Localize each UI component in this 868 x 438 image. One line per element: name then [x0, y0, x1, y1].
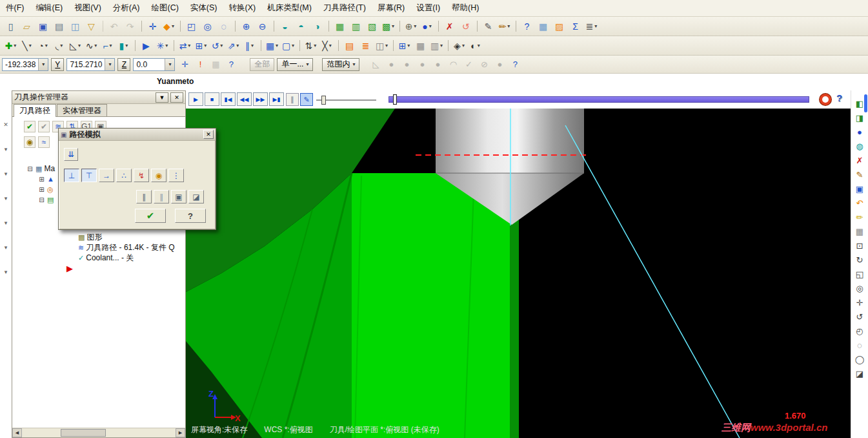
coord-help-icon[interactable]: ?: [224, 57, 238, 72]
gview-side-icon[interactable]: ▧: [365, 19, 379, 34]
create-spline-icon[interactable]: ∿: [84, 38, 99, 53]
ops-toolpath-display-icon[interactable]: ≈: [38, 136, 50, 148]
xform-translate-icon[interactable]: ⇄: [177, 38, 192, 53]
menu-view[interactable]: 视图(V): [68, 0, 107, 17]
sort-icon[interactable]: ⇅: [303, 38, 318, 53]
menu-settings[interactable]: 设置(I): [410, 0, 446, 17]
dialog-title-bar[interactable]: ▣ 路径模拟 ✕: [59, 129, 216, 141]
attributes-icon[interactable]: ✏: [497, 19, 512, 34]
operations-icon[interactable]: ▥: [429, 38, 444, 53]
speed-slider-handle[interactable]: [321, 96, 326, 105]
repaint-view-icon[interactable]: ↻: [853, 253, 866, 266]
gview-isometric-icon[interactable]: ▩: [381, 19, 396, 34]
dock-flyout-7-icon[interactable]: ▾: [1, 267, 10, 276]
undo-view-icon[interactable]: ↶: [853, 196, 866, 209]
cursor-config-icon[interactable]: ▦: [208, 57, 223, 72]
import-icon[interactable]: ▽: [84, 19, 99, 34]
print-icon[interactable]: ▤: [52, 19, 66, 34]
panel-dropdown-button[interactable]: ▼: [156, 92, 168, 103]
dock-close-icon[interactable]: ✕: [1, 120, 10, 129]
dock-flyout-3-icon[interactable]: ▾: [1, 169, 10, 178]
progress-bar[interactable]: [389, 96, 809, 103]
tab-toolpaths[interactable]: 刀具路径: [14, 104, 56, 117]
zoom-previous-icon[interactable]: ◌: [216, 19, 231, 34]
control-def-icon[interactable]: ≣: [358, 38, 373, 53]
playback-help-icon[interactable]: ?: [836, 92, 842, 103]
shading-sphere-icon[interactable]: ●: [853, 125, 866, 138]
regen-display-icon[interactable]: ◓: [294, 19, 308, 34]
show-vectors-button[interactable]: ↯: [134, 169, 149, 182]
menu-file[interactable]: 件(F): [0, 0, 30, 17]
select-single-dropdown[interactable]: 单一...▾: [277, 58, 313, 71]
dock-flyout-4-icon[interactable]: ▾: [1, 194, 10, 203]
delete-entities-icon[interactable]: ✗: [442, 19, 457, 34]
analyze-pencil-icon[interactable]: ✎: [853, 168, 866, 181]
open-file-icon[interactable]: ▱: [19, 19, 34, 34]
scroll-thumb[interactable]: [61, 429, 106, 437]
chevron-down-icon[interactable]: ▾: [105, 59, 114, 70]
dock-flyout-2-icon[interactable]: ▾: [1, 145, 10, 154]
repaint-icon[interactable]: ◒: [278, 19, 292, 34]
tree-expander[interactable]: ⊟: [38, 196, 45, 203]
select-solid-body-icon[interactable]: ●: [399, 57, 414, 72]
tree-coolant[interactable]: ✓ Coolant... - 关: [12, 253, 185, 263]
display-combine-icon[interactable]: ◐: [468, 38, 483, 53]
grid-icon[interactable]: ▦: [536, 19, 550, 34]
tree-geometry[interactable]: ▩ 图形: [12, 232, 185, 242]
quality-toggle[interactable]: ✎: [300, 93, 313, 106]
ops-lock-icon[interactable]: ◉: [24, 136, 35, 148]
menu-toolpaths[interactable]: 刀具路径(T): [318, 0, 372, 17]
xform-array-icon[interactable]: ▢: [281, 38, 296, 53]
planes-icon[interactable]: ⊕: [403, 19, 418, 34]
xform-scale-icon[interactable]: ⇗: [226, 38, 241, 53]
autocursor-alert-icon[interactable]: !: [193, 57, 207, 72]
tree-expander[interactable]: ⊟: [26, 165, 34, 172]
tab-solids-manager[interactable]: 实体管理器: [57, 104, 107, 116]
solids-sigma-icon[interactable]: Σ: [568, 19, 583, 34]
redo-icon[interactable]: ↷: [123, 19, 137, 34]
menu-edit[interactable]: 编辑(E): [30, 0, 68, 17]
analyze-entity-icon[interactable]: ✎: [481, 19, 496, 34]
z-coordinate-input[interactable]: 0.0▾: [133, 58, 175, 71]
backplot-step-forward-button[interactable]: ▶▶: [253, 92, 268, 106]
ops-select-all-icon[interactable]: ✔: [24, 121, 35, 132]
pan-icon[interactable]: ✛: [853, 296, 866, 309]
menu-machine-type[interactable]: 机床类型(M): [261, 0, 318, 17]
backplot-rewind-button[interactable]: ▮◀: [221, 92, 236, 106]
quick-mask-help-icon[interactable]: ?: [520, 19, 534, 34]
dialog-expand-button[interactable]: ⇊: [64, 148, 78, 161]
select-solid-vertex-icon[interactable]: ●: [430, 57, 445, 72]
zoom-target2-icon[interactable]: ◎: [853, 282, 866, 295]
progress-handle[interactable]: [393, 94, 397, 105]
tree-toolpath-file[interactable]: ≋ 刀具路径 - 61.4K - 复件 Q: [12, 242, 185, 253]
select-range-dropdown[interactable]: 范围内▾: [322, 58, 359, 71]
show-endpoints-button[interactable]: ∴: [116, 169, 132, 182]
selection-help-icon[interactable]: ?: [508, 57, 522, 72]
dialog-help-button[interactable]: ?: [175, 209, 206, 223]
display-toggle-icon[interactable]: ◑: [310, 19, 325, 34]
select-window-icon[interactable]: ◺: [368, 57, 383, 72]
select-all-button[interactable]: 全部: [250, 58, 274, 71]
trim-break-icon[interactable]: ╳: [319, 38, 334, 53]
fastpoint-icon[interactable]: ✛: [177, 57, 192, 72]
screen-config-icon[interactable]: ◈: [452, 38, 467, 53]
zoom-target-icon[interactable]: ◎: [200, 19, 215, 34]
menu-create[interactable]: 绘图(C): [145, 0, 184, 17]
previous-view-icon[interactable]: ◴: [853, 324, 866, 337]
xform-rotate-icon[interactable]: ↺: [210, 38, 225, 53]
create-surface-icon[interactable]: ▮: [116, 38, 131, 53]
unselect-icon[interactable]: ⊘: [477, 57, 491, 72]
menu-xform[interactable]: 转换(X): [223, 0, 262, 17]
print-preview-icon[interactable]: ◫: [68, 19, 83, 34]
dialog-ok-button[interactable]: ✔: [135, 209, 166, 223]
scroll-right-icon[interactable]: ▶: [176, 428, 185, 437]
display-path-toggle[interactable]: ∥: [286, 93, 299, 106]
clear-colors-icon[interactable]: ✏: [853, 211, 866, 224]
speed-slider[interactable]: [316, 99, 376, 101]
chevron-down-icon[interactable]: ▾: [38, 59, 48, 70]
xform-mirror-icon[interactable]: ⊞: [194, 38, 208, 53]
save-icon[interactable]: ▣: [35, 19, 50, 34]
fit-screen-icon[interactable]: ⊡: [853, 239, 866, 252]
mru-list-icon[interactable]: ≣: [584, 19, 599, 34]
select-ok-icon[interactable]: ✓: [461, 57, 476, 72]
